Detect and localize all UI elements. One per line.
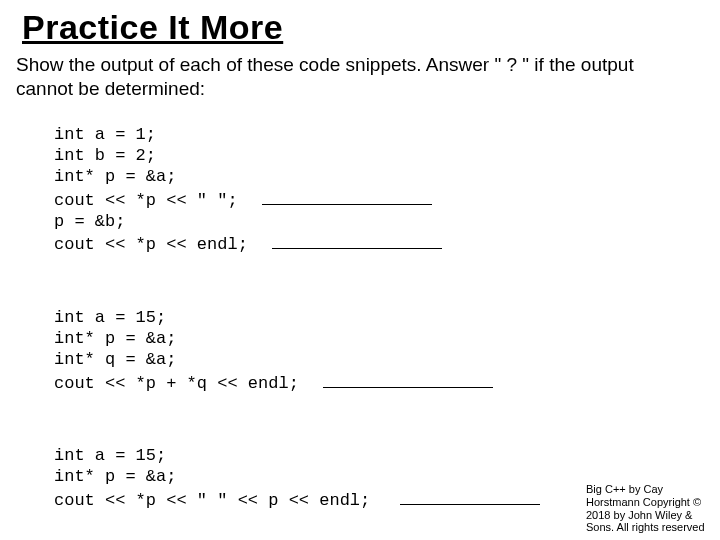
code-line: int a = 15; <box>54 308 166 327</box>
slide: Practice It More Show the output of each… <box>0 0 720 540</box>
code-line: int* p = &a; <box>54 167 176 186</box>
page-title: Practice It More <box>22 8 706 47</box>
prompt-text: Show the output of each of these code sn… <box>16 53 666 101</box>
answer-blank[interactable] <box>323 371 493 388</box>
code-line: int b = 2; <box>54 146 156 165</box>
code-line: int* p = &a; <box>54 329 176 348</box>
code-line: int* p = &a; <box>54 467 176 486</box>
code-snippet-2: int a = 15; int* p = &a; int* q = &a; co… <box>54 286 706 394</box>
copyright-footer: Big C++ by Cay Horstmann Copyright © 201… <box>586 483 716 534</box>
code-line: cout << *p << " "; <box>54 191 238 210</box>
code-line: int* q = &a; <box>54 350 176 369</box>
code-line: cout << *p << " " << p << endl; <box>54 491 370 510</box>
code-line: cout << *p << endl; <box>54 235 248 254</box>
answer-blank[interactable] <box>262 188 432 205</box>
answer-blank[interactable] <box>400 488 540 505</box>
code-snippet-1: int a = 1; int b = 2; int* p = &a; cout … <box>54 103 706 256</box>
code-line: cout << *p + *q << endl; <box>54 374 299 393</box>
code-line: p = &b; <box>54 212 125 231</box>
code-line: int a = 1; <box>54 125 156 144</box>
code-line: int a = 15; <box>54 446 166 465</box>
answer-blank[interactable] <box>272 232 442 249</box>
